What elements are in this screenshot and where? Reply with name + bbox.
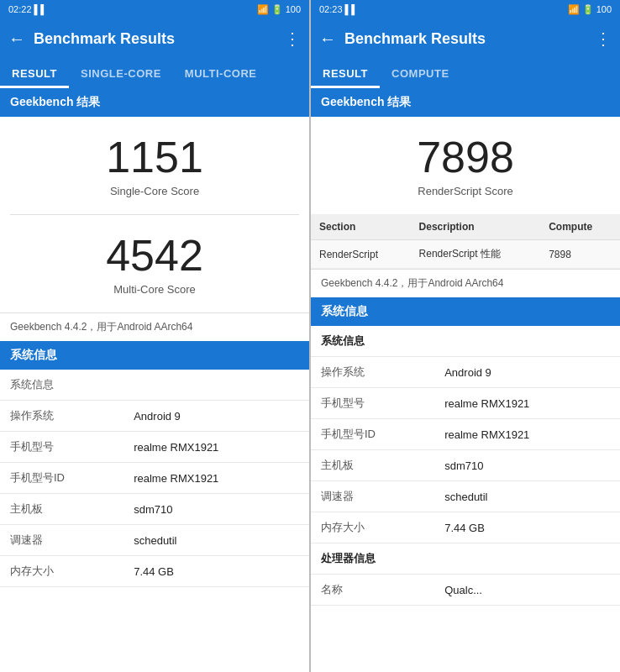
col-compute: Compute [540,214,620,240]
table-row: 手机型号realme RMX1921 [311,388,620,419]
table-row: 手机型号IDrealme RMX1921 [311,419,620,450]
sys-value: schedutil [123,525,309,556]
table-row: 操作系统Android 9 [311,357,620,388]
tab-result-right[interactable]: RESULT [311,59,380,88]
table-row: 名称Qualc... [311,575,620,606]
sys-value: 7.44 GB [123,556,309,587]
wifi-icon: 📶 [257,4,269,15]
sys-header-left: 系统信息 [0,341,309,370]
sys-key: 内存大小 [311,512,434,543]
render-cell-section: RenderScript [311,240,411,269]
sys-value: Android 9 [434,357,620,388]
table-row: 系统信息 [311,326,620,357]
status-right: 📶 🔋 100 [257,4,301,15]
score-area-left: 1151 Single-Core Score [0,117,309,214]
sys-header-right: 系统信息 [311,297,620,326]
sys-key: 操作系统 [0,401,123,432]
table-row: 内存大小7.44 GB [0,556,309,587]
sys-key: 手机型号ID [0,463,123,494]
multi-score-area: 4542 Multi-Core Score [0,215,309,312]
back-button-right[interactable]: ← [319,29,336,49]
sys-value: 7.44 GB [434,512,620,543]
sys-key: 调速器 [311,481,434,512]
sys-key: 调速器 [0,525,123,556]
render-score-area: 7898 RenderScript Score [311,117,620,214]
sys-value: schedutil [434,481,620,512]
table-row: 手机型号IDrealme RMX1921 [0,463,309,494]
time-left: 02:22 [8,4,32,14]
sys-key: 主机板 [0,494,123,525]
sys-key: 名称 [311,575,434,606]
more-button-right[interactable]: ⋮ [595,29,612,49]
status-left-right: 02:23 ▌▌ [319,4,358,14]
table-row: 系统信息 [0,370,309,401]
table-row: 手机型号realme RMX1921 [0,432,309,463]
table-row: RenderScriptRenderScript 性能7898 [311,240,620,269]
sys-info-left: 系统信息操作系统Android 9手机型号realme RMX1921手机型号I… [0,370,309,672]
sys-key: 手机型号ID [311,419,434,450]
sys-section-label: 系统信息 [311,326,620,357]
status-right-right: 📶 🔋 100 [568,4,612,15]
sys-value: sdm710 [123,494,309,525]
render-score: 7898 [319,134,612,181]
sys-info-right: 系统信息操作系统Android 9手机型号realme RMX1921手机型号I… [311,326,620,672]
left-status-bar: 02:22 ▌▌ 📶 🔋 100 [0,0,309,18]
table-row: 处理器信息 [311,543,620,575]
sys-value: sdm710 [434,450,620,481]
multi-core-label: Multi-Core Score [8,283,301,296]
sys-key: 手机型号 [0,432,123,463]
sys-section-label: 处理器信息 [311,543,620,575]
page-title-left: Benchmark Results [34,30,284,48]
wifi-icon-right: 📶 [568,4,580,15]
sys-value: realme RMX1921 [434,388,620,419]
back-button-left[interactable]: ← [8,29,25,49]
status-left: 02:22 ▌▌ [8,4,47,14]
sys-key: 系统信息 [0,370,123,401]
battery-text-left: 100 [286,4,301,14]
col-section: Section [311,214,411,240]
sys-key: 主机板 [311,450,434,481]
col-description: Description [411,214,541,240]
render-table: Section Description Compute RenderScript… [311,214,620,269]
tab-single-core[interactable]: SINGLE-CORE [69,59,173,88]
single-core-label: Single-Core Score [8,185,301,197]
single-core-score: 1151 [8,134,301,181]
right-tab-bar: RESULT COMPUTE [311,59,620,88]
sys-value: realme RMX1921 [123,432,309,463]
sys-value: Android 9 [123,401,309,432]
table-row: 主机板sdm710 [0,494,309,525]
sys-key: 手机型号 [311,388,434,419]
geekbench-header-left: Geekbench 结果 [0,88,309,117]
battery-icon-right: 🔋 [582,4,594,15]
signal-right: ▌▌ [345,4,359,14]
table-row: 调速器schedutil [311,481,620,512]
sys-key: 内存大小 [0,556,123,587]
more-button-left[interactable]: ⋮ [284,29,301,49]
left-tab-bar: RESULT SINGLE-CORE MULTI-CORE [0,59,309,88]
battery-icon: 🔋 [271,4,283,15]
sys-value: Qualc... [434,575,620,606]
render-cell-compute: 7898 [540,240,620,269]
sys-value: realme RMX1921 [434,419,620,450]
sys-table-left: 系统信息操作系统Android 9手机型号realme RMX1921手机型号I… [0,370,309,587]
table-row: 内存大小7.44 GB [311,512,620,543]
render-label: RenderScript Score [319,185,612,197]
sys-key: 操作系统 [311,357,434,388]
sys-value: realme RMX1921 [123,463,309,494]
render-cell-description: RenderScript 性能 [411,240,541,269]
tab-compute[interactable]: COMPUTE [380,59,461,88]
render-info: Geekbench 4.4.2，用于Android AArch64 [311,269,620,297]
table-row: 主机板sdm710 [311,450,620,481]
geekbench-info-left: Geekbench 4.4.2，用于Android AArch64 [0,312,309,341]
signal-left: ▌▌ [34,4,48,14]
time-right: 02:23 [319,4,343,14]
sys-value [123,370,309,401]
tab-result-left[interactable]: RESULT [0,59,69,88]
left-top-bar: ← Benchmark Results ⋮ [0,18,309,59]
page-title-right: Benchmark Results [344,30,595,48]
geekbench-header-right: Geekbench 结果 [311,88,620,117]
multi-core-score: 4542 [8,232,301,280]
table-row: 调速器schedutil [0,525,309,556]
tab-multi-core[interactable]: MULTI-CORE [173,59,269,88]
right-panel: 02:23 ▌▌ 📶 🔋 100 ← Benchmark Results ⋮ R… [311,0,620,672]
